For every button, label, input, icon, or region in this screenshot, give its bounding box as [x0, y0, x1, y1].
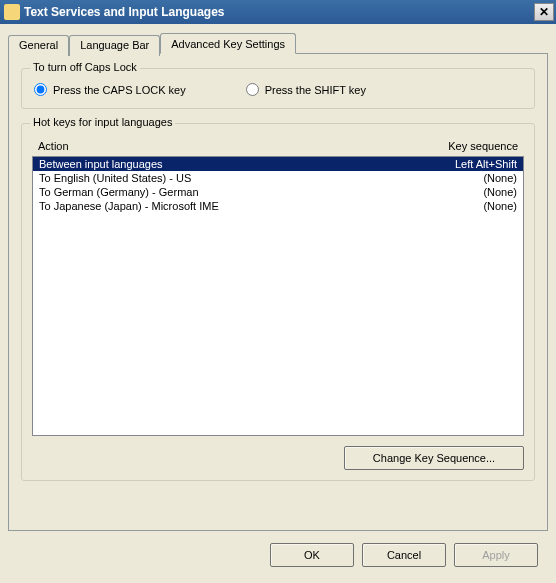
ok-button[interactable]: OK [270, 543, 354, 567]
radio-caps-lock-input[interactable] [34, 83, 47, 96]
hotkey-row-action: To Japanese (Japan) - Microsoft IME [39, 200, 407, 212]
tab-panel: To turn off Caps Lock Press the CAPS LOC… [8, 53, 548, 531]
dialog-body: General Language Bar Advanced Key Settin… [0, 24, 556, 575]
radio-shift-label: Press the SHIFT key [265, 84, 366, 96]
hotkey-row-keyseq: (None) [407, 172, 517, 184]
hotkey-row-keyseq: (None) [407, 186, 517, 198]
dialog-buttons: OK Cancel Apply [8, 531, 548, 567]
hotkey-listbox[interactable]: Between input languagesLeft Alt+ShiftTo … [32, 156, 524, 436]
hotkey-row-keyseq: (None) [407, 200, 517, 212]
radio-shift[interactable]: Press the SHIFT key [246, 83, 366, 96]
caps-lock-group-title: To turn off Caps Lock [30, 61, 140, 73]
radio-caps-lock[interactable]: Press the CAPS LOCK key [34, 83, 186, 96]
hotkey-row-action: To English (United States) - US [39, 172, 407, 184]
caps-lock-group: To turn off Caps Lock Press the CAPS LOC… [21, 68, 535, 109]
radio-caps-lock-label: Press the CAPS LOCK key [53, 84, 186, 96]
app-icon [4, 4, 20, 20]
radio-shift-input[interactable] [246, 83, 259, 96]
tab-advanced-key-settings[interactable]: Advanced Key Settings [160, 33, 296, 54]
col-action-header: Action [38, 140, 398, 152]
hotkey-row[interactable]: To Japanese (Japan) - Microsoft IME(None… [33, 199, 523, 213]
change-button-row: Change Key Sequence... [32, 446, 524, 470]
col-keyseq-header: Key sequence [398, 140, 518, 152]
close-icon: ✕ [539, 5, 549, 19]
tab-general[interactable]: General [8, 35, 69, 56]
hotkey-group-title: Hot keys for input languages [30, 116, 175, 128]
close-button[interactable]: ✕ [534, 3, 554, 21]
apply-button[interactable]: Apply [454, 543, 538, 567]
hotkey-row-keyseq: Left Alt+Shift [407, 158, 517, 170]
title-bar: Text Services and Input Languages ✕ [0, 0, 556, 24]
hotkey-row-action: Between input languages [39, 158, 407, 170]
change-key-sequence-button[interactable]: Change Key Sequence... [344, 446, 524, 470]
hotkey-row[interactable]: To German (Germany) - German(None) [33, 185, 523, 199]
hotkey-row[interactable]: To English (United States) - US(None) [33, 171, 523, 185]
tab-row: General Language Bar Advanced Key Settin… [8, 33, 548, 54]
hotkey-row-action: To German (Germany) - German [39, 186, 407, 198]
window-title: Text Services and Input Languages [24, 5, 534, 19]
tab-language-bar[interactable]: Language Bar [69, 35, 160, 56]
hotkey-columns: Action Key sequence [32, 138, 524, 154]
cancel-button[interactable]: Cancel [362, 543, 446, 567]
caps-radio-row: Press the CAPS LOCK key Press the SHIFT … [34, 83, 522, 96]
hotkey-row[interactable]: Between input languagesLeft Alt+Shift [33, 157, 523, 171]
hotkey-group: Hot keys for input languages Action Key … [21, 123, 535, 481]
